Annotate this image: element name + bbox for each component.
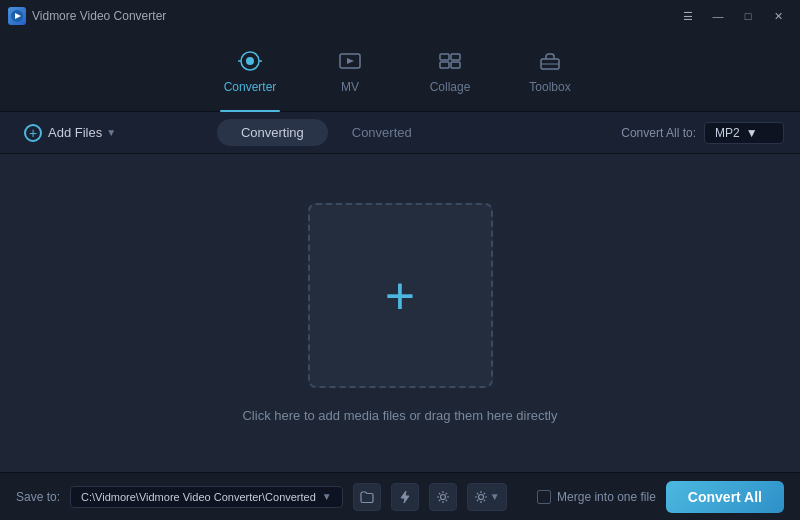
nav-label-mv: MV — [341, 80, 359, 94]
settings-arrow: ▼ — [490, 491, 500, 502]
flash-icon-btn[interactable] — [391, 483, 419, 511]
footer: Save to: C:\Vidmore\Vidmore Video Conver… — [0, 472, 800, 520]
svg-point-16 — [478, 494, 483, 499]
drop-hint: Click here to add media files or drag th… — [242, 408, 557, 423]
svg-point-3 — [246, 57, 254, 65]
toolbox-icon — [537, 50, 563, 76]
add-icon: + — [24, 124, 42, 142]
nav-item-toolbox[interactable]: Toolbox — [500, 32, 600, 112]
tab-converting[interactable]: Converting — [217, 119, 328, 146]
save-path-value: C:\Vidmore\Vidmore Video Converter\Conve… — [81, 491, 316, 503]
format-arrow-icon: ▼ — [746, 126, 758, 140]
maximize-button[interactable]: □ — [734, 6, 762, 26]
folder-icon-btn[interactable] — [353, 483, 381, 511]
save-path-arrow: ▼ — [322, 491, 332, 502]
navigation-bar: Converter MV Collage — [0, 32, 800, 112]
convert-all-section: Convert All to: MP2 ▼ — [621, 122, 784, 144]
format-dropdown[interactable]: MP2 ▼ — [704, 122, 784, 144]
format-value: MP2 — [715, 126, 740, 140]
nav-item-mv[interactable]: MV — [300, 32, 400, 112]
main-content: + Click here to add media files or drag … — [0, 154, 800, 472]
merge-section: Merge into one file — [537, 490, 656, 504]
svg-marker-7 — [347, 58, 354, 64]
app-icon — [8, 7, 26, 25]
subtabs: Converting Converted — [217, 119, 436, 146]
nav-label-collage: Collage — [430, 80, 471, 94]
svg-rect-11 — [451, 62, 460, 68]
convert-all-to-label: Convert All to: — [621, 126, 696, 140]
title-bar-left: Vidmore Video Converter — [8, 7, 166, 25]
svg-rect-8 — [440, 54, 449, 60]
collage-icon — [437, 50, 463, 76]
svg-marker-14 — [401, 491, 409, 503]
title-bar: Vidmore Video Converter ☰ — □ ✕ — [0, 0, 800, 32]
merge-label[interactable]: Merge into one file — [557, 490, 656, 504]
window-controls: ☰ — □ ✕ — [674, 6, 792, 26]
nav-item-converter[interactable]: Converter — [200, 32, 300, 112]
convert-all-button[interactable]: Convert All — [666, 481, 784, 513]
more-settings-btn[interactable]: ▼ — [467, 483, 507, 511]
merge-checkbox[interactable] — [537, 490, 551, 504]
add-files-label: Add Files — [48, 125, 102, 140]
close-button[interactable]: ✕ — [764, 6, 792, 26]
settings-icon-btn[interactable] — [429, 483, 457, 511]
tab-converted[interactable]: Converted — [328, 119, 436, 146]
mv-icon — [337, 50, 363, 76]
nav-item-collage[interactable]: Collage — [400, 32, 500, 112]
drop-zone[interactable]: + — [308, 203, 493, 388]
minimize-button[interactable]: — — [704, 6, 732, 26]
svg-rect-9 — [451, 54, 460, 60]
app-title: Vidmore Video Converter — [32, 9, 166, 23]
add-files-button[interactable]: + Add Files ▼ — [16, 120, 124, 146]
save-path-dropdown[interactable]: C:\Vidmore\Vidmore Video Converter\Conve… — [70, 486, 343, 508]
svg-point-15 — [440, 494, 445, 499]
add-files-arrow: ▼ — [106, 127, 116, 138]
save-to-label: Save to: — [16, 490, 60, 504]
converter-icon — [237, 50, 263, 76]
nav-label-toolbox: Toolbox — [529, 80, 570, 94]
svg-rect-10 — [440, 62, 449, 68]
toolbar: + Add Files ▼ Converting Converted Conve… — [0, 112, 800, 154]
plus-icon: + — [385, 270, 415, 322]
menu-button[interactable]: ☰ — [674, 6, 702, 26]
nav-label-converter: Converter — [224, 80, 277, 94]
